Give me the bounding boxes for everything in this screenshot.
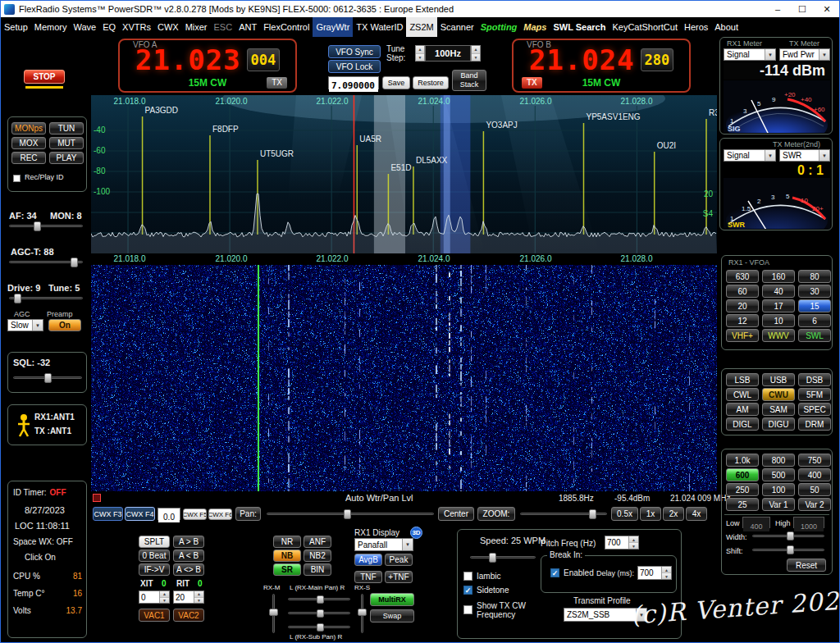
xit-input[interactable] (139, 591, 159, 603)
mox-button[interactable]: MOX (11, 137, 46, 149)
menu-spotting[interactable]: Spotting (477, 17, 521, 37)
menu-flexcontrol[interactable]: FlexControl (260, 17, 313, 37)
tune-step-up-left[interactable] (416, 46, 424, 54)
break-in-enabled-checkbox[interactable] (550, 568, 559, 577)
zoom-button[interactable]: ZOOM: (477, 507, 515, 521)
mode-digl-button[interactable]: DIGL (726, 417, 759, 431)
band-20-button[interactable]: 20 (726, 299, 759, 312)
xit-up-button[interactable] (160, 591, 169, 598)
zoom-05x-button[interactable]: 0.5x (611, 507, 638, 521)
tx-meter2-right-select[interactable]: SWR (779, 149, 830, 162)
zoom-1x-button[interactable]: 1x (640, 507, 661, 521)
rx-sub-gain-slider[interactable] (357, 592, 368, 635)
vfo-sync-button[interactable]: VFO Sync (328, 45, 381, 58)
filter-shift-slider[interactable] (751, 545, 826, 555)
rx1-meter-mode-select[interactable]: Signal (724, 48, 776, 61)
delay-spinner[interactable] (637, 566, 672, 580)
play-button[interactable]: PLAY (49, 152, 84, 164)
band-17-button[interactable]: 17 (762, 299, 795, 312)
click-on-label[interactable]: Click On (25, 553, 56, 562)
delay-down-button[interactable] (662, 573, 671, 579)
menu-esc[interactable]: ESC (211, 17, 236, 37)
filter-low-field[interactable] (742, 517, 770, 528)
dropdown-arrow-icon[interactable] (765, 49, 775, 60)
tune-step-up-right[interactable] (472, 46, 480, 54)
display-mode-select[interactable]: Panafall (354, 538, 413, 551)
rit-spinner[interactable] (173, 591, 204, 604)
restore-button[interactable]: Restore (413, 76, 449, 89)
station-label[interactable]: YO3APJ (486, 121, 517, 130)
memory-frequency-input[interactable] (329, 80, 378, 92)
rx-main-pan-slider[interactable] (286, 595, 352, 604)
rx-mid-slider[interactable] (286, 609, 352, 618)
sr-button[interactable]: SR (273, 563, 301, 576)
filter-400-button[interactable]: 400 (798, 468, 831, 481)
pitch-freq-input[interactable] (605, 536, 628, 549)
mode-digu-button[interactable]: DIGU (762, 417, 795, 431)
rx-sub-pan-slider[interactable] (286, 622, 352, 632)
nb-button[interactable]: NB (273, 550, 301, 562)
band-60-button[interactable]: 60 (726, 285, 759, 298)
band-10-button[interactable]: 10 (762, 314, 795, 327)
band-40-button[interactable]: 40 (762, 285, 795, 298)
mode-cwl-button[interactable]: CWL (726, 388, 759, 401)
band-15-button[interactable]: 15 (798, 299, 831, 312)
band-wwv-button[interactable]: WWV (762, 329, 795, 342)
band-30-button[interactable]: 30 (798, 285, 831, 298)
title-bar[interactable]: FlexRadio Systems™ PowerSDR™ v2.8.0.278 … (1, 1, 839, 17)
station-label[interactable]: UT5UGR (260, 149, 294, 158)
filter-var1-button[interactable]: Var 1 (762, 498, 795, 511)
pan-button[interactable]: Pan: (235, 507, 261, 521)
dropdown-arrow-icon[interactable] (765, 150, 775, 161)
memory-frequency-display[interactable] (328, 76, 379, 89)
menu-heros[interactable]: Heros (681, 17, 711, 37)
menu-ant[interactable]: ANT (235, 17, 260, 37)
vfo-lock-button[interactable]: VFO Lock (328, 60, 381, 73)
mode-am-button[interactable]: AM (726, 403, 759, 416)
filter-high-field[interactable] (793, 517, 824, 528)
band-6-button[interactable]: 6 (798, 314, 831, 327)
dropdown-arrow-icon[interactable] (402, 539, 413, 550)
mode-fm-button[interactable]: 5FM (798, 388, 831, 401)
dropdown-arrow-icon[interactable] (819, 49, 829, 60)
tx-meter-mode-select[interactable]: Fwd Pwr (779, 48, 830, 61)
mode-lsb-button[interactable]: LSB (726, 373, 759, 386)
band-80-button[interactable]: 80 (798, 270, 831, 283)
band-160-button[interactable]: 160 (762, 270, 795, 283)
rit-toggle[interactable]: RIT (176, 579, 189, 588)
avgb-button[interactable]: AvgB (354, 554, 382, 566)
split-button[interactable]: SPLT (139, 536, 170, 548)
band-12-button[interactable]: 12 (726, 314, 759, 327)
vac2-button[interactable]: VAC2 (173, 609, 204, 622)
menu-xvtrs[interactable]: XVTRs (119, 17, 154, 37)
menu-keycatshortcut[interactable]: KeyCatShortCut (609, 17, 680, 37)
filter-reset-button[interactable]: Reset (787, 559, 826, 572)
menu-maps[interactable]: Maps (520, 17, 550, 37)
band-stack-button[interactable]: Band Stack (452, 70, 486, 91)
agct-slider[interactable] (7, 257, 84, 268)
pitch-up-button[interactable] (629, 536, 638, 543)
filter-100-button[interactable]: 100 (762, 483, 795, 496)
tune-step-down-right[interactable] (472, 54, 480, 62)
vfo-b-frequency[interactable]: 21.024 (529, 47, 635, 73)
station-label[interactable]: UA5R (359, 135, 381, 144)
xit-down-button[interactable] (160, 598, 169, 604)
zoom-slider[interactable] (518, 508, 609, 520)
minimize-button[interactable]: – (765, 1, 790, 17)
maximize-button[interactable]: ☐ (790, 1, 815, 17)
cwx-f5-button[interactable]: CWX F5 (183, 508, 207, 520)
pitch-freq-spinner[interactable] (605, 536, 639, 550)
mode-drm-button[interactable]: DRM (798, 417, 831, 431)
rec-button[interactable]: REC (11, 152, 46, 164)
cwx-f4-button[interactable]: CWX F4 (125, 507, 155, 521)
station-label[interactable]: R3Ø (709, 108, 717, 117)
vfo-a-tx-badge[interactable]: TX (267, 77, 287, 89)
show-tx-cw-checkbox[interactable] (463, 605, 472, 614)
filter-600-button[interactable]: 600 (726, 468, 759, 481)
sql-slider[interactable] (11, 372, 84, 384)
band-vhf-button[interactable]: VHF+ (726, 329, 759, 342)
menu-swl-search[interactable]: SWL Search (550, 17, 609, 37)
tx-meter2-left-select[interactable]: Signal (724, 149, 776, 162)
cwx-f3-button[interactable]: CWX F3 (93, 507, 123, 521)
rit-input[interactable] (174, 591, 194, 603)
